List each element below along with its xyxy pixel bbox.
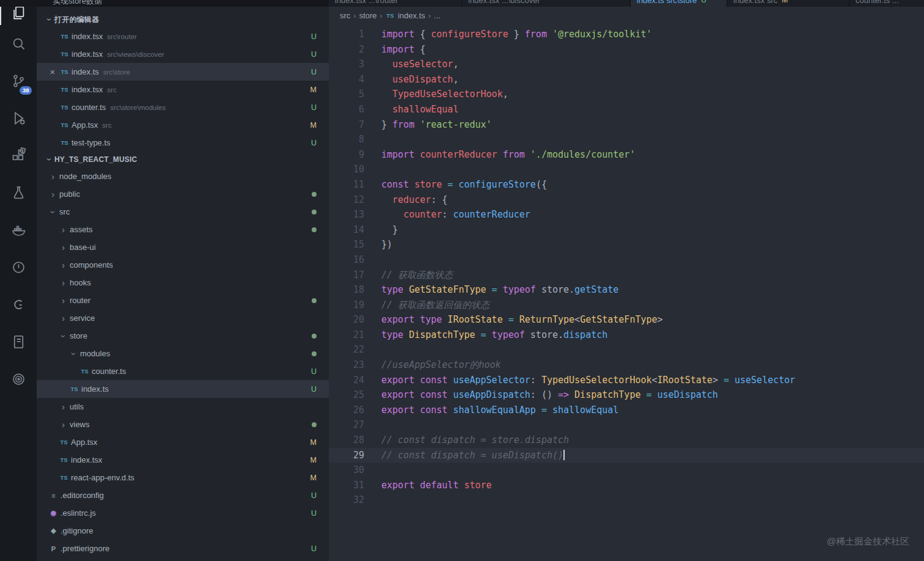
code-line[interactable]: 7} from 'react-redux' (329, 117, 924, 133)
tree-item[interactable]: assets (37, 221, 329, 238)
gitlens-icon[interactable] (0, 286, 37, 323)
editor-tab[interactable]: counter.ts ... (849, 0, 924, 7)
code-line[interactable]: 22 (329, 342, 924, 358)
code-line[interactable]: 29// const dispatch = useDispatch() (329, 448, 924, 463)
breadcrumb-item[interactable]: ... (434, 11, 441, 20)
docker-icon[interactable] (0, 211, 37, 249)
code-line[interactable]: 17// 获取函数状态 (329, 268, 924, 283)
code-line[interactable]: 24export const useAppSelector: TypedUseS… (329, 373, 924, 388)
code-line[interactable]: 9import counterReducer from './modules/c… (329, 147, 924, 163)
code-line[interactable]: 26export const shallowEqualApp = shallow… (329, 403, 924, 418)
spiral-icon[interactable] (0, 361, 37, 398)
open-editor-item[interactable]: TSindex.tssrc\storeU (37, 63, 329, 81)
open-editor-item[interactable]: TScounter.tssrc\store\modulesU (37, 98, 329, 116)
tree-item[interactable]: P.prettierignoreU (37, 540, 329, 557)
tree-item[interactable]: node_modules (37, 167, 329, 185)
testing-flask-icon[interactable] (0, 174, 37, 211)
item-label: views (70, 420, 90, 429)
tree-item[interactable]: ◆.gitignore (37, 522, 329, 540)
code-line[interactable]: 20export type IRootState = ReturnType<Ge… (329, 312, 924, 328)
tree-item[interactable]: store (37, 327, 329, 345)
breadcrumb-item[interactable]: src (340, 11, 350, 20)
chevron-right-icon (58, 420, 68, 430)
tree-item[interactable]: TSindex.tsU (37, 380, 329, 398)
tree-item[interactable]: {}.prettierrcU (37, 557, 329, 561)
tree-item[interactable]: components (37, 256, 329, 274)
tree-item[interactable]: TScounter.tsU (37, 362, 329, 380)
code-line[interactable]: 31export default store (329, 478, 924, 493)
open-editor-item[interactable]: TSindex.tsxsrcM (37, 81, 329, 98)
code-line[interactable]: 19// 获取函数返回值的状态 (329, 298, 924, 313)
editor-tabs: index.tsx ...\routerindex.tsx ...\discov… (329, 0, 924, 7)
code-line[interactable]: 23//useAppSelector的hook (329, 358, 924, 373)
code-text: } (364, 222, 398, 238)
code-line[interactable]: 8 (329, 132, 924, 147)
code-line[interactable]: 11const store = configureStore({ (329, 177, 924, 193)
source-control-icon[interactable]: 38 (0, 62, 37, 100)
code-text (364, 493, 381, 508)
search-icon[interactable] (0, 25, 37, 62)
code-line[interactable]: 2import { (329, 42, 924, 57)
code-line[interactable]: 13 counter: counterReducer (329, 207, 924, 222)
editor-tab[interactable]: index.tsx ...\router (329, 0, 462, 7)
line-number: 24 (329, 373, 364, 388)
code-line[interactable]: 32 (329, 493, 924, 508)
tree-item[interactable]: src (37, 203, 329, 221)
extensions-icon[interactable] (0, 137, 37, 174)
code-line[interactable]: 21type DispatchType = typeof store.dispa… (329, 328, 924, 343)
line-number: 31 (329, 478, 364, 493)
code-line[interactable]: 6 shallowEqual (329, 102, 924, 117)
tree-item[interactable]: router (37, 292, 329, 309)
tree-item[interactable]: TSindex.tsxM (37, 451, 329, 469)
open-editor-item[interactable]: TSApp.tsxsrcM (37, 116, 329, 134)
open-editor-item[interactable]: TSindex.tsxsrc\views\discoverU (37, 45, 329, 63)
breadcrumb-item[interactable]: index.ts (398, 11, 425, 20)
explorer-icon[interactable] (0, 7, 37, 25)
tree-item[interactable]: TSreact-app-env.d.tsM (37, 469, 329, 486)
code-text: export default store (364, 478, 492, 493)
tree-item[interactable]: utils (37, 398, 329, 416)
code-line[interactable]: 18type GetStateFnType = typeof store.get… (329, 282, 924, 298)
tree-item[interactable]: TSApp.tsxM (37, 433, 329, 451)
open-editor-item[interactable]: TStest-type.tsU (37, 134, 329, 152)
code-line[interactable]: 5 TypedUseSelectorHook, (329, 87, 924, 102)
project-header[interactable]: HY_TS_REACT_MUSIC (37, 152, 329, 167)
code-line[interactable]: 28// const dispatch = store.dispatch (329, 433, 924, 448)
editor-tab[interactable]: index.tsx ...\discover (462, 0, 631, 7)
code-line[interactable]: 30 (329, 463, 924, 478)
notebook-icon[interactable] (0, 323, 37, 361)
open-editors-header[interactable]: 打开的编辑器 (37, 12, 329, 28)
code-line[interactable]: 27 (329, 417, 924, 433)
tree-item[interactable]: ◉.eslintrc.jsU (37, 504, 329, 522)
code-text: // 获取函数状态 (364, 268, 453, 283)
run-debug-icon[interactable] (0, 100, 37, 137)
editor-tab[interactable]: index.tsx srcM (727, 0, 849, 7)
code-line[interactable]: 3 useSelector, (329, 57, 924, 72)
tree-item[interactable]: public (37, 185, 329, 203)
line-number: 27 (329, 417, 364, 433)
breadcrumb-item[interactable]: store (359, 11, 377, 20)
git-status-letter: M (310, 456, 317, 464)
code-line[interactable]: 15}) (329, 237, 924, 252)
code-line[interactable]: 14 } (329, 222, 924, 238)
power-circle-icon[interactable] (0, 249, 37, 286)
code-line[interactable]: 1import { configureStore } from '@reduxj… (329, 27, 924, 42)
close-icon[interactable] (46, 67, 59, 77)
code-line[interactable]: 25export const useAppDispatch: () => Dis… (329, 387, 924, 403)
code-text: reducer: { (364, 193, 447, 208)
tree-item[interactable]: base-ui (37, 238, 329, 256)
tree-item[interactable]: modules (37, 345, 329, 362)
item-label: public (59, 189, 80, 199)
tree-item[interactable]: ≡.editorconfigU (37, 486, 329, 504)
line-number: 23 (329, 358, 364, 373)
code-line[interactable]: 10 (329, 162, 924, 177)
code-line[interactable]: 4 useDispatch, (329, 72, 924, 87)
tree-item[interactable]: hooks (37, 274, 329, 292)
code-line[interactable]: 12 reducer: { (329, 193, 924, 208)
code-line[interactable]: 16 (329, 252, 924, 268)
tree-item[interactable]: views (37, 416, 329, 433)
watermark: @稀土掘金技术社区 (827, 536, 909, 548)
tree-item[interactable]: service (37, 309, 329, 327)
open-editor-item[interactable]: TSindex.tsxsrc\routerU (37, 28, 329, 45)
editor-tab[interactable]: index.ts src\storeU (631, 0, 727, 7)
